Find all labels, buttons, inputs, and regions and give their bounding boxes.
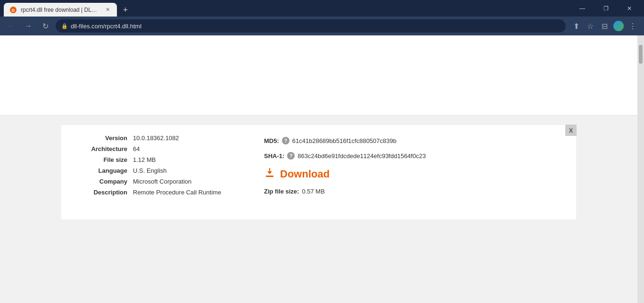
sha1-row: SHA-1: ? 863c24bd6e91fdcdede1124efc93fdd… bbox=[264, 152, 562, 160]
version-label: Version bbox=[75, 135, 127, 142]
address-bar: ← → ↻ 🔒 dll-files.com/rpcrt4.dll.html ⬆ … bbox=[0, 17, 644, 35]
file-info-section: Version 10.0.18362.1082 Architecture 64 … bbox=[75, 135, 264, 205]
window-controls: — ❐ ✕ bbox=[571, 0, 640, 17]
filesize-label: File size bbox=[75, 156, 127, 163]
window-close-button[interactable]: ✕ bbox=[619, 0, 640, 17]
ad-banner bbox=[0, 35, 637, 116]
globe-icon-wrap bbox=[612, 19, 625, 33]
svg-marker-5 bbox=[267, 171, 272, 174]
maximize-button[interactable]: ❐ bbox=[595, 0, 617, 17]
tab-bar: D rpcrt4.dll free download | DLL-file...… bbox=[4, 0, 571, 17]
sha1-value: 863c24bd6e91fdcdede1124efc93fdd1564f0c23 bbox=[297, 152, 426, 160]
tab-favicon-icon: D bbox=[9, 6, 17, 14]
page-content: X Version 10.0.18362.1082 Architecture 6… bbox=[0, 35, 644, 303]
md5-info-icon[interactable]: ? bbox=[282, 137, 289, 144]
back-button[interactable]: ← bbox=[5, 19, 18, 33]
company-label: Company bbox=[75, 178, 127, 185]
arch-value: 64 bbox=[133, 145, 140, 152]
filesize-value: 1.12 MB bbox=[133, 156, 156, 163]
arch-row: Architecture 64 bbox=[75, 145, 245, 152]
sha1-label: SHA-1: bbox=[264, 152, 284, 160]
zip-size-label: Zip file size: bbox=[264, 188, 299, 195]
active-tab[interactable]: D rpcrt4.dll free download | DLL-file...… bbox=[4, 3, 117, 17]
minimize-button[interactable]: — bbox=[571, 0, 593, 17]
description-label: Description bbox=[75, 189, 127, 196]
sidebar-button[interactable]: ⊟ bbox=[598, 19, 611, 33]
download-label: Download bbox=[280, 168, 330, 180]
download-button[interactable]: Download bbox=[264, 167, 562, 181]
arch-label: Architecture bbox=[75, 145, 127, 152]
toolbar-icons: ⬆ ☆ ⊟ ⋮ bbox=[570, 19, 639, 33]
title-bar: D rpcrt4.dll free download | DLL-file...… bbox=[0, 0, 644, 17]
download-icon bbox=[264, 167, 275, 181]
filesize-row: File size 1.12 MB bbox=[75, 156, 245, 163]
svg-rect-6 bbox=[266, 176, 273, 177]
reload-button[interactable]: ↻ bbox=[39, 19, 52, 33]
bookmark-button[interactable]: ☆ bbox=[584, 19, 597, 33]
content-card: X Version 10.0.18362.1082 Architecture 6… bbox=[61, 125, 576, 219]
globe-icon bbox=[613, 21, 624, 31]
close-button[interactable]: X bbox=[565, 125, 577, 136]
version-value: 10.0.18362.1082 bbox=[133, 135, 179, 142]
version-row: Version 10.0.18362.1082 bbox=[75, 135, 245, 142]
download-arrow-icon bbox=[264, 167, 275, 178]
md5-value: 61c41b28689bb516f1cfc880507c839b bbox=[292, 137, 396, 144]
language-value: U.S. English bbox=[133, 167, 167, 174]
scrollbar[interactable] bbox=[637, 35, 644, 303]
tab-close-button[interactable]: ✕ bbox=[104, 6, 111, 14]
zip-size-value: 0.57 MB bbox=[302, 188, 324, 195]
md5-row: MD5: ? 61c41b28689bb516f1cfc880507c839b bbox=[264, 137, 562, 144]
tab-title: rpcrt4.dll free download | DLL-file... bbox=[21, 7, 100, 13]
main-content: X Version 10.0.18362.1082 Architecture 6… bbox=[0, 35, 637, 303]
menu-button[interactable]: ⋮ bbox=[626, 19, 639, 33]
content-area: X Version 10.0.18362.1082 Architecture 6… bbox=[0, 116, 637, 303]
language-row: Language U.S. English bbox=[75, 167, 245, 174]
hash-download-section: MD5: ? 61c41b28689bb516f1cfc880507c839b … bbox=[264, 135, 562, 205]
new-tab-button[interactable]: + bbox=[119, 3, 132, 17]
forward-button[interactable]: → bbox=[22, 19, 35, 33]
zip-size-row: Zip file size: 0.57 MB bbox=[264, 188, 562, 195]
language-label: Language bbox=[75, 167, 127, 174]
sha1-info-icon[interactable]: ? bbox=[287, 152, 295, 160]
md5-label: MD5: bbox=[264, 137, 279, 144]
scrollbar-thumb[interactable] bbox=[639, 45, 643, 64]
share-button[interactable]: ⬆ bbox=[570, 19, 583, 33]
description-row: Description Remote Procedure Call Runtim… bbox=[75, 189, 245, 196]
company-value: Microsoft Corporation bbox=[133, 178, 191, 185]
svg-text:D: D bbox=[12, 8, 15, 13]
description-value: Remote Procedure Call Runtime bbox=[133, 189, 221, 196]
company-row: Company Microsoft Corporation bbox=[75, 178, 245, 185]
address-text: dll-files.com/rpcrt4.dll.html bbox=[71, 23, 560, 30]
lock-icon: 🔒 bbox=[61, 23, 68, 29]
address-input[interactable]: 🔒 dll-files.com/rpcrt4.dll.html bbox=[56, 19, 566, 33]
